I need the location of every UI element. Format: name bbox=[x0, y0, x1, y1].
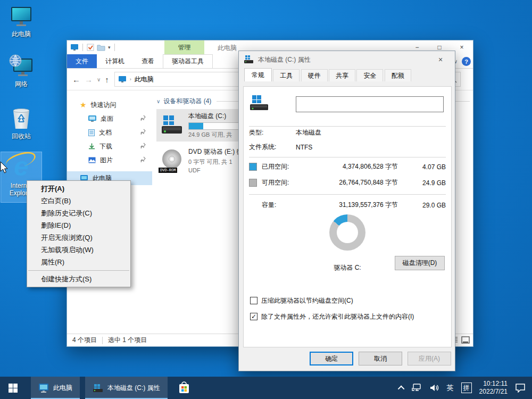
pin-icon bbox=[140, 143, 146, 149]
volume-label-input[interactable] bbox=[296, 96, 444, 112]
tab-tools[interactable]: 工具 bbox=[273, 69, 300, 81]
dialog-tab-bar: 常规 工具 硬件 共享 安全 配额 bbox=[239, 68, 455, 80]
desktop: 此电脑 网络 回收站 e Internet Explorer bbox=[0, 0, 532, 399]
separator bbox=[249, 194, 446, 195]
tab-drive-tools[interactable]: 驱动器工具 bbox=[163, 54, 213, 68]
help-icon[interactable]: ? bbox=[462, 57, 471, 66]
sidebar-item-label: 下载 bbox=[99, 142, 112, 151]
volume-icon[interactable] bbox=[430, 384, 439, 392]
tab-hardware[interactable]: 硬件 bbox=[301, 69, 328, 81]
apply-button[interactable]: 应用(A) bbox=[408, 352, 451, 365]
compress-checkbox[interactable]: ✓ bbox=[250, 297, 257, 304]
disk-taskbar-icon bbox=[93, 384, 103, 393]
dialog-button-row: 确定 取消 应用(A) bbox=[239, 352, 451, 365]
desktop-icon-this-pc[interactable]: 此电脑 bbox=[1, 4, 41, 39]
menu-item-inprivate[interactable]: 开启无痕浏览(Q) bbox=[27, 231, 130, 244]
disk-small-icon bbox=[244, 55, 254, 64]
task-label: 本地磁盘 (C:) 属性 bbox=[107, 384, 160, 393]
filesystem-label: 文件系统: bbox=[249, 143, 296, 152]
context-menu: 打开(A) 空白页(B) 删除历史记录(C) 删除IE(D) 开启无痕浏览(Q)… bbox=[27, 180, 131, 287]
menu-item-open[interactable]: 打开(A) bbox=[27, 182, 130, 195]
tab-security[interactable]: 安全 bbox=[356, 69, 383, 81]
start-button[interactable] bbox=[0, 377, 26, 399]
taskbar-task-this-pc[interactable]: 此电脑 bbox=[31, 377, 80, 399]
back-button[interactable]: ← bbox=[72, 75, 80, 84]
dialog-close-button[interactable]: × bbox=[431, 53, 450, 66]
taskbar-clock[interactable]: 10:12:11 2022/7/21 bbox=[479, 380, 508, 396]
menu-item-no-addons[interactable]: 无加载项启动(W) bbox=[27, 244, 130, 256]
desktop-icon-label: 回收站 bbox=[1, 132, 41, 141]
network-tray-icon[interactable] bbox=[412, 384, 422, 392]
desktop-icon-label: 网络 bbox=[1, 80, 41, 89]
type-row: 类型: 本地磁盘 bbox=[249, 128, 446, 137]
ok-button[interactable]: 确定 bbox=[310, 352, 353, 365]
dialog-titlebar[interactable]: 本地磁盘 (C:) 属性 × bbox=[239, 51, 455, 68]
qat-customize-icon[interactable]: ▾ bbox=[108, 45, 111, 50]
properties-quick-icon[interactable] bbox=[87, 44, 94, 51]
taskbar-task-disk-properties[interactable]: 本地磁盘 (C:) 属性 bbox=[85, 377, 168, 399]
taskbar: 此电脑 本地磁盘 (C:) 属性 英 拼 10:12:11 2022/7/21 bbox=[0, 377, 532, 399]
desktop-icon-recycle-bin[interactable]: 回收站 bbox=[1, 106, 41, 141]
action-center-icon[interactable] bbox=[515, 383, 526, 393]
index-checkbox[interactable]: ✓ bbox=[250, 313, 257, 320]
drive-free-text: 0 字节 可用, 共 1 bbox=[188, 158, 243, 166]
hard-disk-icon bbox=[160, 113, 184, 138]
tab-file[interactable]: 文件 bbox=[67, 54, 97, 68]
sidebar-item-quick-access[interactable]: ★ 快速访问 bbox=[67, 98, 152, 112]
compress-checkbox-row[interactable]: ✓ 压缩此驱动器以节约磁盘空间(C) bbox=[250, 296, 446, 305]
sidebar-item-pictures[interactable]: 图片 bbox=[67, 153, 152, 167]
minimize-icon: − bbox=[415, 44, 419, 51]
sidebar-item-desktop[interactable]: 桌面 bbox=[67, 112, 152, 126]
used-space-bytes: 4,374,806,528 字节 bbox=[304, 162, 413, 171]
sidebar-item-downloads[interactable]: 下载 bbox=[67, 139, 152, 153]
menu-item-properties[interactable]: 属性(R) bbox=[27, 256, 130, 268]
tab-general[interactable]: 常规 bbox=[244, 68, 272, 81]
pin-icon bbox=[140, 129, 146, 135]
new-folder-quick-icon[interactable] bbox=[97, 44, 105, 51]
sidebar-item-documents[interactable]: 文档 bbox=[67, 126, 152, 139]
index-checkbox-label: 除了文件属性外，还允许索引此驱动器上文件的内容(I) bbox=[261, 312, 414, 321]
language-indicator[interactable]: 英 bbox=[447, 383, 454, 393]
filesystem-row: 文件系统: NTFS bbox=[249, 143, 446, 152]
sidebar-item-label: 快速访问 bbox=[91, 101, 117, 110]
disk-properties-dialog: 本地磁盘 (C:) 属性 × 常规 工具 硬件 共享 安全 配额 类型: 本地磁… bbox=[238, 51, 455, 371]
hidden-icons-chevron[interactable] bbox=[397, 385, 404, 392]
index-checkbox-row[interactable]: ✓ 除了文件属性外，还允许索引此驱动器上文件的内容(I) bbox=[250, 312, 446, 321]
address-pc-icon bbox=[118, 76, 127, 83]
tab-computer[interactable]: 计算机 bbox=[97, 54, 133, 68]
star-icon: ★ bbox=[80, 101, 87, 109]
tab-view[interactable]: 查看 bbox=[133, 54, 163, 68]
cancel-button[interactable]: 取消 bbox=[359, 352, 402, 365]
menu-item-blank-page[interactable]: 空白页(B) bbox=[27, 195, 130, 207]
filesystem-value: NTFS bbox=[296, 144, 312, 151]
up-button[interactable]: ↑ bbox=[105, 75, 109, 84]
menu-item-create-shortcut[interactable]: 创建快捷方式(S) bbox=[27, 273, 130, 285]
forward-button[interactable]: → bbox=[85, 75, 93, 84]
sidebar-item-label: 桌面 bbox=[101, 114, 113, 123]
chevron-down-icon: ∨ bbox=[156, 98, 160, 104]
general-tab-page: 类型: 本地磁盘 文件系统: NTFS 已用空间: 4,374,806,528 … bbox=[243, 86, 452, 347]
capacity-label: 容量: bbox=[262, 201, 304, 210]
maximize-icon: □ bbox=[437, 44, 441, 51]
thumbnail-view-icon[interactable] bbox=[461, 336, 470, 344]
type-label: 类型: bbox=[249, 128, 296, 137]
tab-sharing[interactable]: 共享 bbox=[329, 69, 355, 81]
tab-quota[interactable]: 配额 bbox=[385, 69, 411, 81]
desktop-icon-network[interactable]: 网络 bbox=[1, 54, 41, 89]
mouse-cursor bbox=[0, 161, 9, 174]
clock-time: 10:12:11 bbox=[479, 380, 508, 388]
ime-indicator[interactable]: 拼 bbox=[461, 383, 472, 393]
disk-cleanup-button[interactable]: 磁盘清理(D) bbox=[395, 256, 445, 270]
recent-locations-icon[interactable]: ∨ bbox=[97, 77, 101, 82]
taskbar-store-button[interactable] bbox=[172, 377, 196, 399]
divider bbox=[102, 337, 103, 344]
free-space-gb: 24.9 GB bbox=[413, 179, 446, 187]
menu-item-delete-history[interactable]: 删除历史记录(C) bbox=[27, 207, 130, 219]
manage-contextual-tab[interactable]: 管理 bbox=[164, 40, 204, 54]
menu-item-delete-ie[interactable]: 删除IE(D) bbox=[27, 219, 130, 231]
used-space-label: 已用空间: bbox=[262, 162, 304, 171]
used-space-gb: 4.07 GB bbox=[413, 163, 446, 171]
separator bbox=[249, 157, 446, 157]
desktop-folder-icon bbox=[88, 115, 96, 122]
address-text: 此电脑 bbox=[135, 75, 154, 84]
